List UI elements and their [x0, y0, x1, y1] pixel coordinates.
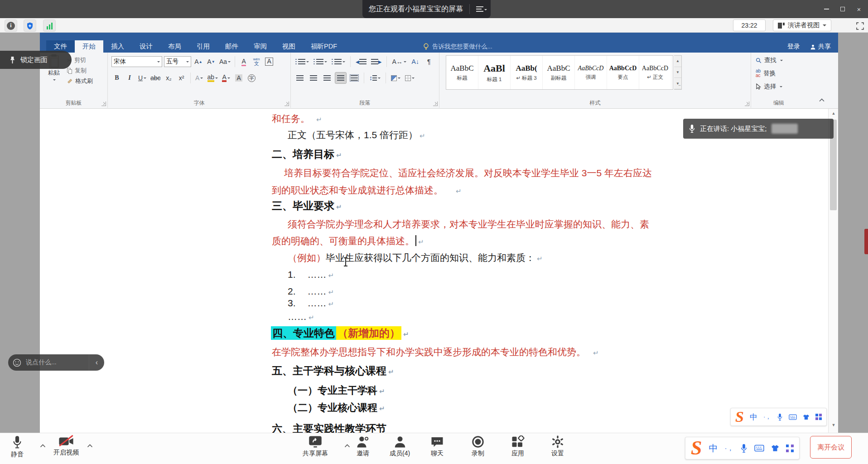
chat-quick-input[interactable]: 说点什么... ‹	[8, 354, 104, 371]
video-options-chevron[interactable]	[87, 441, 93, 450]
superscript-button[interactable]: x²	[176, 72, 187, 83]
replace-button[interactable]: abac 替换	[756, 69, 776, 78]
clear-format-button[interactable]: A	[238, 56, 249, 67]
collapse-ribbon-button[interactable]	[819, 96, 825, 104]
style-card-4[interactable]: AaBbCcD强调	[575, 56, 607, 89]
style-card-1[interactable]: AaBl标题 1	[478, 56, 511, 89]
borders-button[interactable]	[404, 72, 415, 83]
select-button[interactable]: 选择	[756, 82, 782, 91]
increase-indent-button[interactable]: ▶	[370, 56, 383, 67]
sogou-lang-toggle[interactable]: 中	[750, 412, 757, 422]
edge-panel-tab[interactable]	[864, 229, 868, 254]
invite-button[interactable]: 邀请	[356, 435, 370, 458]
char-shading-button[interactable]: A	[233, 72, 244, 83]
ribbon-tab-4[interactable]: 布局	[160, 40, 189, 53]
multilevel-list-button[interactable]	[331, 56, 346, 67]
share-options-chevron[interactable]	[344, 441, 350, 450]
ribbon-tab-1[interactable]: 开始	[75, 40, 103, 53]
ribbon-tab-2[interactable]: 插入	[103, 40, 132, 53]
bold-button[interactable]: B	[111, 72, 122, 83]
banner-menu-icon[interactable]	[476, 6, 484, 12]
meeting-security-button[interactable]	[24, 19, 36, 32]
shrink-font-button[interactable]: A▼	[206, 56, 217, 67]
justify-button[interactable]	[335, 72, 346, 83]
close-button[interactable]: ×	[853, 3, 865, 15]
network-quality-button[interactable]	[43, 19, 56, 32]
fullscreen-button[interactable]	[854, 20, 865, 31]
bullets-button[interactable]	[294, 56, 310, 67]
decrease-indent-button[interactable]: ◀	[355, 56, 367, 67]
align-center-button[interactable]	[308, 72, 319, 83]
subscript-button[interactable]: x₂	[164, 72, 174, 83]
find-button[interactable]: 查找	[756, 56, 783, 64]
document-page[interactable]: 和任务。↵ 正文（五号宋体，1.5 倍行距）↵ 二、培养目标↵ 培养目标要符合学…	[40, 109, 825, 433]
phonetic-guide-button[interactable]: wén文	[251, 56, 262, 67]
style-card-6[interactable]: AaBbCcD↵ 正文	[639, 56, 671, 89]
ribbon-tab-5[interactable]: 引用	[189, 40, 217, 53]
sogou-punct-toggle[interactable]: ·，	[724, 444, 733, 453]
font-size-combo[interactable]: 五号	[164, 56, 191, 67]
align-left-button[interactable]	[294, 72, 305, 83]
highlight-button[interactable]: ab	[207, 72, 219, 83]
sogou-mic-icon[interactable]	[777, 413, 783, 421]
cjk-layout-button[interactable]: A↔	[391, 56, 407, 67]
settings-button[interactable]: 设置	[551, 435, 564, 458]
mute-button[interactable]: 静音	[11, 435, 24, 459]
scroll-down-icon[interactable]: ▼	[829, 420, 839, 430]
tell-me-box[interactable]: 告诉我您想要做什么...	[423, 40, 492, 53]
record-button[interactable]: 录制	[471, 435, 485, 458]
font-color-button[interactable]: A	[221, 72, 231, 83]
dialog-launcher-icon[interactable]	[101, 102, 106, 106]
mute-options-chevron[interactable]	[40, 441, 46, 450]
sogou-logo[interactable]: S	[735, 409, 744, 425]
ribbon-tab-6[interactable]: 邮件	[217, 40, 246, 53]
shading-button[interactable]	[390, 72, 401, 83]
sogou-logo[interactable]: S	[691, 438, 702, 458]
view-mode-button[interactable]: 演讲者视图	[773, 19, 831, 31]
gallery-more-icon[interactable]: ▼̲	[674, 78, 681, 89]
line-spacing-button[interactable]: ↕	[368, 72, 381, 83]
align-right-button[interactable]	[322, 72, 333, 83]
numbering-button[interactable]	[313, 56, 328, 67]
enclose-char-button[interactable]: 字	[246, 72, 257, 83]
sogou-keyboard-icon[interactable]	[754, 445, 764, 452]
minimize-button[interactable]	[820, 3, 833, 15]
underline-button[interactable]: U	[137, 72, 148, 83]
sogou-toolbox-icon[interactable]	[786, 445, 794, 452]
italic-button[interactable]: I	[124, 72, 135, 83]
share-button[interactable]: 共享	[810, 43, 831, 51]
maximize-button[interactable]	[836, 3, 849, 15]
ribbon-tab-8[interactable]: 视图	[275, 40, 303, 53]
font-name-combo[interactable]: 宋体	[111, 56, 162, 67]
dialog-launcher-icon[interactable]	[433, 102, 438, 106]
sogou-punct-toggle[interactable]: ·，	[763, 413, 771, 421]
grow-font-button[interactable]: A▲	[193, 56, 204, 67]
doc-scrollbar[interactable]: ▲ ▼	[828, 109, 838, 433]
gallery-down-icon[interactable]: ▼	[674, 67, 681, 78]
sogou-skin-icon[interactable]	[771, 445, 779, 452]
sogou-toolbox-icon[interactable]	[815, 414, 822, 420]
ribbon-tab-3[interactable]: 设计	[132, 40, 160, 53]
meeting-info-button[interactable]: i	[5, 19, 17, 32]
style-card-5[interactable]: AaBbCcD要点	[607, 56, 639, 89]
format-painter-button[interactable]: 格式刷	[67, 77, 93, 85]
dialog-launcher-icon[interactable]	[285, 102, 289, 106]
sogou-keyboard-icon[interactable]	[789, 414, 797, 420]
style-card-3[interactable]: AaBbC副标题	[543, 56, 575, 89]
change-case-button[interactable]: Aa	[218, 56, 231, 67]
apps-button[interactable]: 应用	[511, 435, 525, 458]
text-effects-button[interactable]: A	[194, 72, 205, 83]
chat-button[interactable]: 聊天	[430, 435, 444, 458]
sogou-mic-icon[interactable]	[740, 444, 747, 453]
login-button[interactable]: 登录	[787, 43, 800, 51]
show-marks-button[interactable]: ¶	[424, 56, 434, 67]
share-screen-button[interactable]: 共享屏幕	[303, 435, 328, 458]
members-button[interactable]: 成员(4)	[390, 435, 410, 458]
gallery-up-icon[interactable]: ▲	[674, 56, 681, 67]
start-video-button[interactable]: 开启视频	[53, 435, 79, 457]
leave-meeting-button[interactable]: 离开会议	[810, 436, 852, 459]
char-border-button[interactable]: A	[264, 56, 275, 67]
ribbon-tab-9[interactable]: 福昕PDF	[303, 40, 345, 53]
sogou-skin-icon[interactable]	[803, 414, 810, 420]
style-card-2[interactable]: AaBb(↵ 标题 3	[511, 56, 543, 89]
